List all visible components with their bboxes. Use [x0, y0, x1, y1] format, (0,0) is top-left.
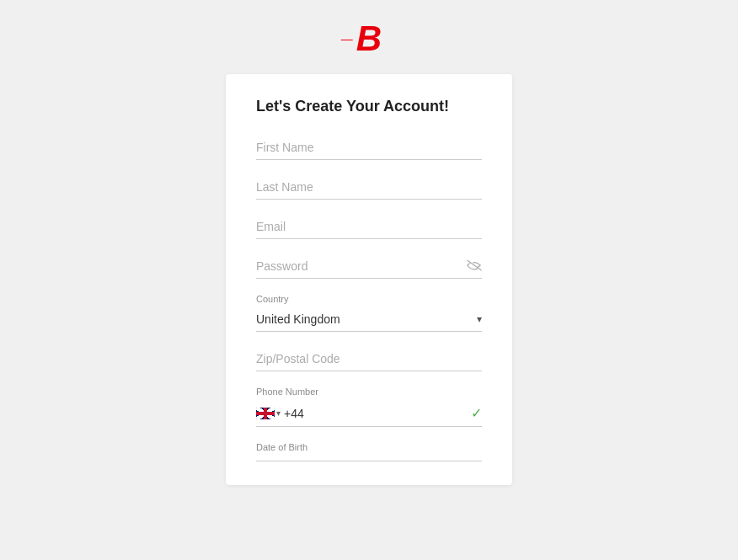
phone-country-code: +44 — [284, 407, 304, 420]
phone-input-row: ▾ +44 ✓ — [256, 400, 482, 427]
signup-form-card: Let's Create Your Account! Country Unite… — [226, 74, 512, 485]
email-input[interactable] — [256, 215, 482, 239]
toggle-password-icon[interactable] — [467, 259, 482, 275]
last-name-field-group — [256, 175, 482, 200]
dob-field-group: Date of Birth — [256, 442, 482, 461]
brand-logo: B — [356, 19, 382, 59]
logo-area: B — [356, 19, 382, 59]
form-title: Let's Create Your Account! — [256, 98, 482, 115]
first-name-input[interactable] — [256, 136, 482, 160]
email-field-group — [256, 215, 482, 239]
country-select[interactable]: United Kingdom ▾ — [256, 307, 482, 332]
chevron-down-icon: ▾ — [477, 313, 482, 325]
country-field-group: Country United Kingdom ▾ — [256, 294, 482, 332]
password-field-group — [256, 254, 482, 279]
country-value: United Kingdom — [256, 312, 340, 326]
last-name-input[interactable] — [256, 175, 482, 200]
dob-input-area[interactable] — [256, 456, 482, 461]
first-name-field-group — [256, 136, 482, 160]
phone-valid-check-icon: ✓ — [471, 405, 482, 421]
zip-field-group — [256, 347, 482, 371]
country-label: Country — [256, 294, 482, 304]
phone-number-input[interactable] — [308, 407, 471, 420]
uk-flag-icon — [256, 408, 275, 419]
dob-label: Date of Birth — [256, 442, 482, 452]
phone-label: Phone Number — [256, 387, 482, 397]
password-input[interactable] — [256, 254, 482, 279]
phone-field-group: Phone Number ▾ +44 ✓ — [256, 387, 482, 427]
zip-input[interactable] — [256, 347, 482, 371]
phone-country-dropdown[interactable]: ▾ — [276, 408, 281, 418]
